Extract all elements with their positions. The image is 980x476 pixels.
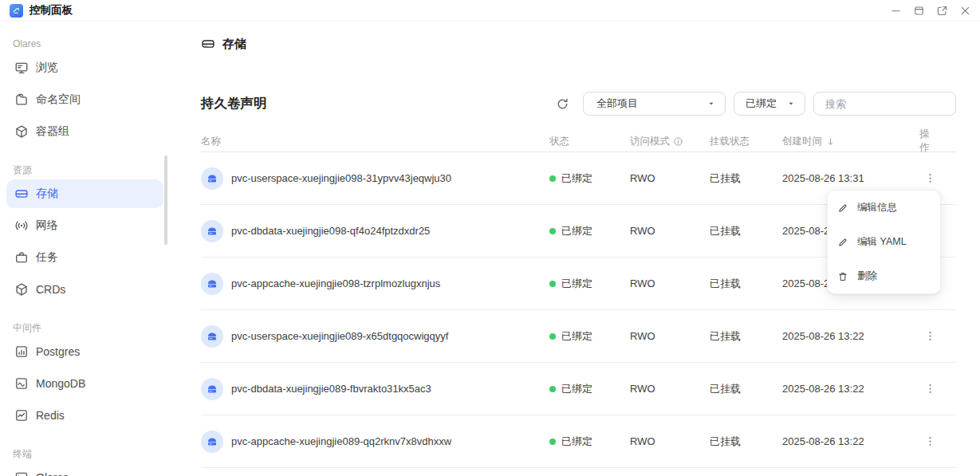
table-toolbar: 持久卷声明 全部项目 已绑定: [201, 92, 956, 116]
sidebar-item-browse[interactable]: 浏览: [6, 53, 163, 82]
sidebar-item-namespaces[interactable]: 命名空间: [6, 85, 163, 114]
sidebar-item-jobs[interactable]: 任务: [6, 243, 163, 272]
menu-item-label: 编辑信息: [857, 201, 897, 214]
column-header-3: 挂载状态: [710, 135, 782, 148]
briefcase-icon: [14, 250, 29, 265]
pvc-name-cell[interactable]: pvc-appcache-xuejingjie089-qq2rknv7x8vdh…: [201, 431, 549, 453]
status-label: 已绑定: [561, 277, 592, 291]
sidebar-item-redis[interactable]: Redis: [6, 401, 163, 430]
column-header-label: 名称: [201, 135, 221, 148]
close-button[interactable]: [955, 1, 974, 20]
pvc-name: pvc-appcache-xuejingjie089-qq2rknv7x8vdh…: [231, 435, 451, 447]
pvc-name: pvc-appcache-xuejingjie098-tzrplmozlugxn…: [231, 277, 440, 289]
table-row: pvc-userspace-xuejingjie089-x65dtgqocwig…: [201, 310, 956, 363]
status-badge: 已绑定: [549, 171, 630, 186]
minimize-button[interactable]: [886, 1, 905, 20]
drive-icon: [206, 225, 218, 238]
column-header-label: 挂载状态: [710, 135, 750, 148]
sidebar-item-terminal-olares[interactable]: Olares: [6, 463, 163, 476]
sidebar-section-label: Olares: [13, 37, 157, 50]
project-filter-value: 全部项目: [596, 96, 701, 111]
table-row: pvc-dbdata-xuejingjie089-fbvrakto31kx5ac…: [201, 363, 956, 415]
cube-icon: [14, 124, 29, 139]
status-badge: 已绑定: [549, 224, 630, 238]
access-mode: RWO: [630, 330, 710, 342]
menu-item-label: 删除: [857, 269, 877, 283]
sidebar: Olares浏览命名空间容器组资源存储网络任务CRDs中间件PostgresMo…: [0, 22, 170, 476]
pvc-name-cell[interactable]: pvc-userspace-xuejingjie098-31ypvv43jeqw…: [201, 167, 549, 190]
drive-icon: [206, 435, 218, 448]
storage-icon: [14, 187, 29, 201]
pvc-name-cell[interactable]: pvc-dbdata-xuejingjie089-fbvrakto31kx5ac…: [201, 378, 549, 400]
sidebar-section-label: 终端: [13, 447, 157, 460]
column-header-1: 状态: [549, 135, 630, 148]
sidebar-item-label: 存储: [36, 187, 58, 201]
column-header-5: 操作: [919, 128, 956, 155]
row-actions: [919, 170, 956, 187]
open-external-button[interactable]: [932, 1, 951, 20]
project-filter-select[interactable]: 全部项目: [583, 92, 726, 116]
pencil-icon: [837, 203, 848, 214]
sidebar-item-postgres[interactable]: Postgres: [6, 337, 163, 366]
pvc-avatar: [201, 325, 223, 348]
drive-icon: [206, 277, 218, 290]
status-label: 已绑定: [561, 224, 592, 238]
created-time: 2025-08-26 13:22: [782, 383, 919, 395]
barchart-icon: [14, 344, 29, 359]
sidebar-item-label: CRDs: [36, 283, 65, 296]
status-filter-select[interactable]: 已绑定: [734, 92, 805, 116]
table-header-row: 名称状态访问模式挂载状态创建时间操作: [201, 128, 956, 152]
pvc-name-cell[interactable]: pvc-dbdata-xuejingjie098-qf4o24fptzdxdr2…: [201, 220, 549, 242]
table-row: pvc-appcache-xuejingjie089-qq2rknv7x8vdh…: [201, 415, 956, 468]
pvc-avatar: [201, 220, 223, 242]
sidebar-item-label: 任务: [36, 250, 58, 265]
search-input[interactable]: [813, 92, 956, 116]
minimize-icon: [890, 5, 902, 17]
cube-icon: [14, 282, 29, 297]
pvc-name-cell[interactable]: pvc-appcache-xuejingjie098-tzrplmozlugxn…: [201, 273, 549, 295]
kebab-icon: [924, 330, 936, 342]
status-dot-icon: [549, 175, 556, 182]
row-actions-button[interactable]: [921, 433, 939, 450]
row-actions-button[interactable]: [921, 328, 939, 345]
pencil-icon: [837, 237, 848, 248]
drive-icon: [206, 330, 218, 343]
column-header-4[interactable]: 创建时间: [782, 135, 919, 148]
sidebar-item-crds[interactable]: CRDs: [6, 275, 163, 304]
status-label: 已绑定: [561, 329, 592, 344]
sidebar-item-mongodb[interactable]: MongoDB: [6, 369, 163, 398]
namespace-icon: [14, 92, 29, 107]
status-label: 已绑定: [561, 382, 592, 396]
sidebar-scrollbar-thumb[interactable]: [164, 155, 167, 245]
sort-desc-icon: [825, 136, 836, 147]
menu-item-edit-yaml[interactable]: 编辑 YAML: [828, 225, 940, 259]
menu-item-label: 编辑 YAML: [857, 235, 907, 249]
sidebar-item-network[interactable]: 网络: [6, 211, 163, 240]
sidebar-section-1: 资源存储网络任务CRDs: [0, 163, 170, 304]
kebab-icon: [924, 172, 936, 184]
network-icon: [14, 218, 29, 233]
row-actions-button[interactable]: [921, 170, 939, 187]
status-badge: 已绑定: [549, 277, 630, 291]
status-dot-icon: [549, 439, 556, 445]
access-mode: RWO: [630, 277, 710, 289]
refresh-icon: [556, 97, 569, 111]
menu-item-delete[interactable]: 删除: [828, 259, 940, 293]
status-badge: 已绑定: [549, 382, 630, 396]
sidebar-item-pods[interactable]: 容器组: [6, 117, 163, 146]
maximize-button[interactable]: [909, 1, 928, 20]
menu-item-edit-info[interactable]: 编辑信息: [828, 191, 940, 225]
chevron-down-icon: [787, 100, 795, 108]
section-title: 持久卷声明: [201, 95, 267, 112]
created-time: 2025-08-26 13:31: [782, 172, 919, 184]
refresh-button[interactable]: [554, 96, 570, 112]
sidebar-item-storage[interactable]: 存储: [6, 179, 163, 208]
row-actions-button[interactable]: [921, 380, 939, 398]
pulse-window-icon: [14, 408, 29, 423]
mount-status: 已挂载: [710, 224, 782, 238]
sidebar-item-label: MongoDB: [36, 377, 85, 390]
status-dot-icon: [549, 386, 556, 392]
pvc-name-cell[interactable]: pvc-userspace-xuejingjie089-x65dtgqocwig…: [201, 325, 549, 348]
sidebar-item-label: Redis: [36, 409, 65, 422]
pvc-name: pvc-dbdata-xuejingjie098-qf4o24fptzdxdr2…: [231, 225, 430, 237]
